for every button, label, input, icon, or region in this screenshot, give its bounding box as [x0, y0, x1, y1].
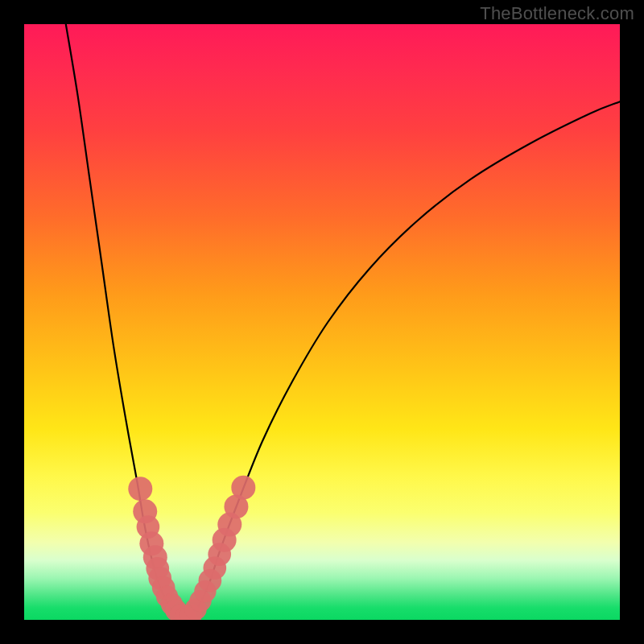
right-branch-curve: [185, 101, 620, 618]
chart-frame: TheBottleneck.com: [0, 0, 644, 644]
watermark-text: TheBottleneck.com: [480, 3, 634, 24]
bead-marker: [128, 477, 152, 501]
curve-layer: [24, 24, 620, 620]
beads-group: [128, 476, 255, 620]
bead-marker: [231, 476, 255, 500]
left-branch-curve: [66, 24, 185, 618]
plot-area: [24, 24, 620, 620]
